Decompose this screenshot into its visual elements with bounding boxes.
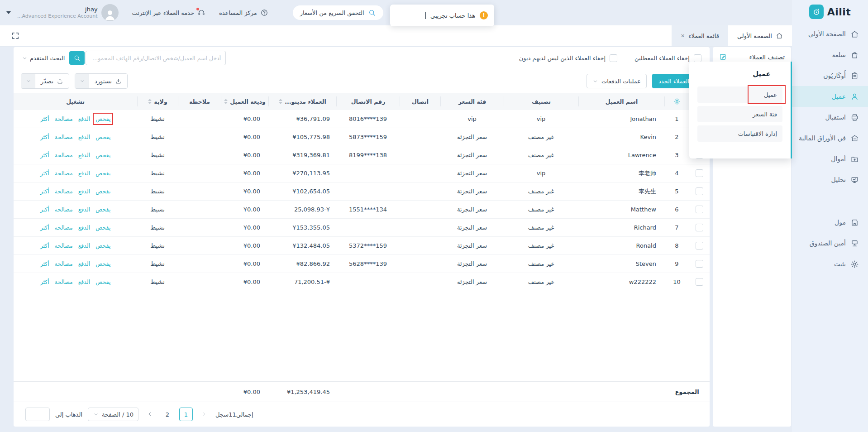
page-number-1[interactable]: 1 xyxy=(179,408,193,421)
sidebar-item[interactable]: الصفحة الأولى xyxy=(792,24,868,44)
action-reconcile[interactable]: مصالحة xyxy=(55,260,73,267)
submenu-item[interactable]: إدارة الاقتباسات xyxy=(697,125,782,142)
sidebar-item[interactable]: يثبت xyxy=(792,254,868,274)
action-pay[interactable]: الدفع xyxy=(78,224,90,231)
column-category[interactable]: تصنيف xyxy=(504,96,578,106)
row-checkbox[interactable] xyxy=(696,242,703,250)
import-dropdown-button[interactable] xyxy=(75,74,89,88)
column-contact[interactable]: اتصال xyxy=(400,96,440,106)
action-reconcile[interactable]: مصالحة xyxy=(55,134,73,140)
sidebar-item[interactable]: تحليل xyxy=(792,169,868,190)
row-checkbox[interactable] xyxy=(696,169,703,177)
action-more[interactable]: أكثر xyxy=(40,224,49,231)
action-pay[interactable]: الدفع xyxy=(78,134,90,140)
action-more[interactable]: أكثر xyxy=(40,206,49,213)
fullscreen-icon[interactable] xyxy=(11,31,20,40)
sidebar-item[interactable]: أمين الصندوق xyxy=(792,233,868,254)
page-size-select[interactable]: 10 / الصفحة xyxy=(88,408,138,421)
tab-customer-list[interactable]: قائمة العملاء ✕ xyxy=(672,25,728,46)
action-pay[interactable]: الدفع xyxy=(78,206,90,213)
sidebar-item[interactable]: مول xyxy=(792,212,868,233)
sidebar-item[interactable]: استقبال xyxy=(792,107,868,128)
action-check[interactable]: يفحص xyxy=(95,224,110,231)
goto-page-input[interactable] xyxy=(25,408,50,421)
sidebar-item[interactable]: في الأوراق المالية xyxy=(792,128,868,149)
action-check[interactable]: يفحص xyxy=(95,115,110,122)
action-more[interactable]: أكثر xyxy=(40,115,49,122)
hide-no-debt-checkbox[interactable] xyxy=(610,54,617,62)
row-checkbox[interactable] xyxy=(696,224,703,231)
action-check[interactable]: يفحص xyxy=(95,260,110,267)
sidebar-item[interactable]: أُوكَازيُون xyxy=(792,65,868,86)
action-pay[interactable]: الدفع xyxy=(78,260,90,267)
action-more[interactable]: أكثر xyxy=(40,170,49,177)
import-button[interactable]: يستورد xyxy=(89,74,127,88)
action-pay[interactable]: الدفع xyxy=(78,115,90,122)
action-pay[interactable]: الدفع xyxy=(78,152,90,158)
gear-icon[interactable] xyxy=(673,98,681,105)
column-customer-name[interactable]: اسم العميل xyxy=(578,96,664,106)
action-check[interactable]: يفحص xyxy=(95,278,110,285)
column-phone[interactable]: رقم الاتصال xyxy=(336,96,400,106)
action-check[interactable]: يفحص xyxy=(95,170,110,177)
row-checkbox[interactable] xyxy=(696,260,703,268)
action-pay[interactable]: الدفع xyxy=(78,170,90,177)
account-menu[interactable]: jhay ...Advanced Experience Account xyxy=(6,4,119,21)
submenu-item[interactable]: عميل xyxy=(697,86,782,103)
help-center-link[interactable]: مركز المساعدة xyxy=(219,9,268,17)
action-more[interactable]: أكثر xyxy=(40,260,49,267)
action-reconcile[interactable]: مصالحة xyxy=(55,242,73,249)
action-check[interactable]: يفحص xyxy=(95,134,110,140)
export-button[interactable]: يصدّر xyxy=(35,74,69,88)
submenu-item[interactable]: فئة السعر xyxy=(697,106,782,122)
action-pay[interactable]: الدفع xyxy=(78,188,90,195)
action-check[interactable]: يفحص xyxy=(95,152,110,158)
action-pay[interactable]: الدفع xyxy=(78,242,90,249)
tab-home[interactable]: الصفحة الأولى xyxy=(728,25,792,46)
action-reconcile[interactable]: مصالحة xyxy=(55,115,73,122)
advanced-search-toggle[interactable]: البحث المتقدم xyxy=(22,55,65,62)
search-button[interactable] xyxy=(69,51,85,65)
edit-icon[interactable] xyxy=(719,53,727,61)
action-reconcile[interactable]: مصالحة xyxy=(55,170,73,177)
action-check[interactable]: يفحص xyxy=(95,188,110,195)
action-more[interactable]: أكثر xyxy=(40,242,49,249)
action-check[interactable]: يفحص xyxy=(95,242,110,249)
sidebar-item[interactable]: عميل xyxy=(792,86,868,107)
avatar[interactable] xyxy=(101,4,119,21)
export-dropdown-button[interactable] xyxy=(21,74,35,88)
action-reconcile[interactable]: مصالحة xyxy=(55,188,73,195)
quick-price-check-button[interactable]: التحقق السريع من الأسعار xyxy=(293,5,383,20)
action-reconcile[interactable]: مصالحة xyxy=(55,152,73,158)
next-page-icon[interactable] xyxy=(144,408,156,420)
sidebar-item[interactable]: سلعة xyxy=(792,44,868,65)
hide-disabled-filter[interactable]: إخفاء العملاء المعطلين xyxy=(634,54,701,62)
hide-disabled-checkbox[interactable] xyxy=(694,54,701,62)
search-input[interactable] xyxy=(86,51,226,65)
sort-icon[interactable] xyxy=(279,99,282,104)
action-check[interactable]: يفحص xyxy=(95,206,110,213)
action-more[interactable]: أكثر xyxy=(40,278,49,285)
sidebar-item[interactable]: أموال xyxy=(792,149,868,169)
sort-icon[interactable] xyxy=(224,99,228,104)
action-pay[interactable]: الدفع xyxy=(78,278,90,285)
action-more[interactable]: أكثر xyxy=(40,188,49,195)
column-deposit[interactable]: وديعة العميل xyxy=(221,96,268,106)
sort-icon[interactable] xyxy=(148,99,152,104)
column-status[interactable]: ولاية xyxy=(137,96,178,106)
payment-operations-button[interactable]: عمليات الدفعات xyxy=(587,74,647,88)
column-note[interactable]: ملاحظة xyxy=(178,96,221,106)
column-debt[interactable]: العملاء مدينو... xyxy=(268,96,336,106)
row-checkbox[interactable] xyxy=(696,206,703,213)
prev-page-icon[interactable] xyxy=(198,408,210,420)
action-reconcile[interactable]: مصالحة xyxy=(55,278,73,285)
action-more[interactable]: أكثر xyxy=(40,152,49,158)
hide-no-debt-filter[interactable]: إخفاء العملاء الذين ليس لديهم ديون xyxy=(519,54,617,62)
action-reconcile[interactable]: مصالحة xyxy=(55,224,73,231)
row-checkbox[interactable] xyxy=(696,278,703,286)
online-support-link[interactable]: خدمة العملاء عبر الإنترنت xyxy=(132,9,205,17)
row-checkbox[interactable] xyxy=(696,187,703,195)
action-reconcile[interactable]: مصالحة xyxy=(55,206,73,213)
page-number-2[interactable]: 2 xyxy=(161,408,174,421)
action-more[interactable]: أكثر xyxy=(40,134,49,140)
